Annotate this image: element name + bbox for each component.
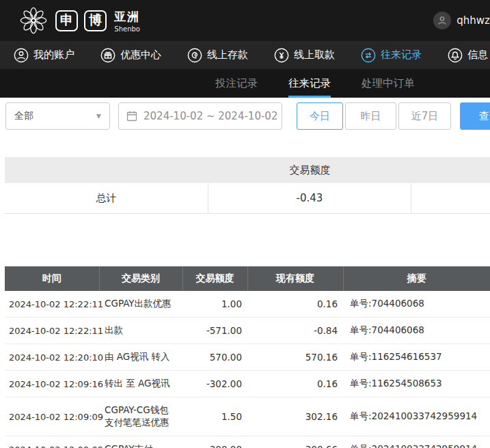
table-row: 2024-10-02 12:09:09CGPAY-CG钱包支付笔笔送优惠1.50… — [5, 397, 490, 436]
deposit-icon — [187, 48, 202, 63]
summary-empty-cell — [411, 183, 490, 213]
table-cell: CGPAY支付 — [99, 436, 182, 448]
summary-header-row: 交易额度 — [5, 157, 490, 183]
column-header-time: 时间 — [5, 266, 99, 291]
table-row: 2024-10-02 12:22:11CGPAY出款优惠1.000.16单号:7… — [5, 291, 490, 318]
table-cell: 单号:704406068 — [343, 318, 490, 344]
table-cell: 2024-10-02 12:22:11 — [5, 318, 99, 344]
table-cell: 转出 至 AG视讯 — [99, 371, 182, 397]
transfer-arrows-icon — [361, 48, 376, 63]
date-range-input[interactable]: 2024-10-02 ~ 2024-10-02 — [118, 102, 282, 130]
nav-item-label: 往来记录 — [381, 48, 422, 61]
last7days-button[interactable]: 近7日 — [398, 102, 451, 130]
top-bar: 申 博 亚洲 Shenbo qhhwz — [0, 0, 490, 41]
table-cell: -0.84 — [247, 318, 343, 344]
transactions-table: 时间 交易类别 交易额度 现有额度 摘要 2024-10-02 12:22:11… — [5, 266, 490, 448]
transactions-body: 2024-10-02 12:22:11CGPAY出款优惠1.000.16单号:7… — [5, 291, 490, 448]
filter-bar: 全部 ▼ 2024-10-02 ~ 2024-10-02 今日 昨日 近7日 查… — [0, 98, 490, 135]
record-tabs: 投注记录 往来记录 处理中订单 — [0, 69, 490, 98]
table-cell: 单号:202410033742959914 — [343, 397, 490, 436]
brand-region: 亚洲 — [114, 9, 140, 25]
table-cell: -302.00 — [182, 371, 247, 397]
brand-logo[interactable]: 申 博 亚洲 Shenbo — [18, 5, 140, 36]
category-select-value: 全部 — [14, 110, 33, 122]
summary-total-row: 总计 -0.43 — [5, 183, 490, 214]
tab-processing-orders[interactable]: 处理中订单 — [362, 69, 415, 98]
table-row: 2024-10-02 12:09:16转出 至 AG视讯-302.000.16单… — [5, 371, 490, 397]
tab-transaction-records[interactable]: 往来记录 — [288, 69, 331, 98]
table-cell: 302.16 — [247, 397, 343, 436]
table-cell: 0.16 — [247, 371, 343, 397]
table-cell: 1.50 — [182, 397, 247, 436]
nav-item-label: 线上存款 — [207, 48, 248, 61]
table-cell: 出款 — [99, 318, 182, 344]
nav-item-label: 我的账户 — [33, 48, 74, 61]
column-header-amount: 交易额度 — [182, 266, 247, 291]
table-cell: 1.00 — [182, 291, 247, 318]
nav-item-label: 优惠中心 — [120, 48, 161, 61]
column-header-balance: 现有额度 — [247, 266, 343, 291]
table-cell: 570.00 — [182, 344, 247, 371]
column-header-memo: 摘要 — [343, 266, 490, 291]
table-cell: 由 AG视讯 转入 — [99, 344, 182, 371]
table-cell: CGPAY出款优惠 — [99, 291, 182, 318]
table-cell: 300.00 — [182, 436, 247, 448]
nav-item-promotions[interactable]: 优惠中心 — [100, 48, 161, 63]
chevron-down-icon: ▼ — [96, 113, 101, 120]
date-range-value: 2024-10-02 ~ 2024-10-02 — [144, 110, 277, 122]
table-row: 2024-10-02 12:22:11出款-571.00-0.84单号:7044… — [5, 318, 490, 344]
table-cell: 单号:116254508653 — [343, 371, 490, 397]
table-cell: 2024-10-02 12:22:11 — [5, 291, 99, 318]
table-row: 2024-10-02 12:20:10由 AG视讯 转入570.00570.16… — [5, 344, 490, 371]
username: qhhwz — [457, 14, 490, 27]
bell-icon — [448, 48, 463, 63]
table-cell: 2024-10-02 12:20:10 — [5, 344, 99, 371]
tab-bet-records[interactable]: 投注记录 — [215, 69, 258, 98]
nav-item-label: 线上取款 — [294, 48, 335, 61]
user-avatar-icon — [433, 12, 451, 29]
table-cell: 单号:704406068 — [343, 291, 490, 318]
account-area[interactable]: qhhwz — [433, 12, 490, 29]
nav-item-label: 信息 — [467, 48, 488, 61]
brand-char-2: 博 — [84, 10, 107, 31]
brand-subtitle: Shenbo — [114, 25, 140, 33]
calendar-icon — [126, 111, 137, 122]
nav-item-withdraw[interactable]: 线上取款 — [274, 48, 335, 63]
table-cell: 2024-10-02 12:09:16 — [5, 371, 99, 397]
brand-char-1: 申 — [55, 10, 78, 31]
main-nav: 我的账户 优惠中心 线上存款 线上取款 — [0, 41, 490, 69]
summary-total-value: -0.43 — [208, 183, 411, 213]
flower-logo-icon — [18, 5, 49, 36]
summary-total-label: 总计 — [5, 183, 208, 213]
table-cell: -571.00 — [182, 318, 247, 344]
table-cell: 单号:202410033742959914 — [343, 436, 490, 448]
table-cell: 300.66 — [247, 436, 343, 448]
table-cell: 2024-10-02 12:09:09 — [5, 397, 99, 436]
table-header-row: 时间 交易类别 交易额度 现有额度 摘要 — [5, 266, 490, 291]
gift-icon — [100, 48, 115, 63]
table-cell: 2024-10-02 12:09:09 — [5, 436, 99, 448]
table-cell: CGPAY-CG钱包支付笔笔送优惠 — [99, 397, 182, 436]
table-cell: 570.16 — [247, 344, 343, 371]
column-header-type: 交易类别 — [99, 266, 182, 291]
category-select[interactable]: 全部 ▼ — [5, 102, 110, 130]
withdraw-icon — [274, 48, 289, 63]
user-icon — [14, 48, 29, 63]
table-cell: 0.16 — [247, 291, 343, 318]
nav-item-messages[interactable]: 信息 — [448, 48, 488, 63]
summary-header-label: 交易额度 — [208, 164, 411, 177]
search-button[interactable]: 查询 — [460, 102, 490, 130]
nav-item-my-account[interactable]: 我的账户 — [14, 48, 74, 63]
table-cell: 单号:116254616537 — [343, 344, 490, 371]
summary-table: 交易额度 总计 -0.43 — [5, 157, 490, 214]
nav-item-transactions[interactable]: 往来记录 — [361, 48, 422, 63]
today-button[interactable]: 今日 — [297, 102, 343, 130]
yesterday-button[interactable]: 昨日 — [345, 102, 396, 130]
nav-item-deposit[interactable]: 线上存款 — [187, 48, 248, 63]
table-row: 2024-10-02 12:09:09CGPAY支付300.00300.66单号… — [5, 436, 490, 448]
